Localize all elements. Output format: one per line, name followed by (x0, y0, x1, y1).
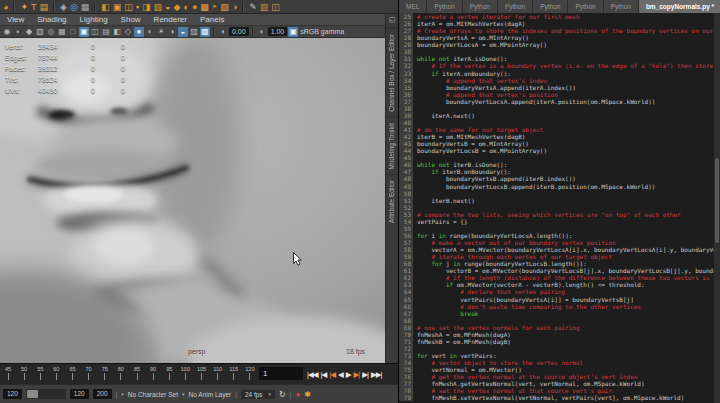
code-editor[interactable]: 25# create a vertex iterator for our fir… (399, 13, 715, 403)
safe-action-icon[interactable]: ◧ (112, 27, 122, 37)
step-back-key-button[interactable]: |◀ (328, 368, 336, 382)
animation-start-field[interactable]: 120 (3, 389, 22, 399)
3d-viewport[interactable]: Verts:3943400Edges:7874400Faces:3931200T… (0, 38, 385, 363)
gamma-icon[interactable]: ◗ (257, 27, 267, 37)
construction-history-icon[interactable]: ◑ (232, 2, 237, 12)
scrollbar-thumb[interactable] (715, 158, 719, 243)
playback-start-field[interactable]: 120 (70, 389, 89, 399)
multisample-icon[interactable]: ▩ (200, 27, 210, 37)
side-tab-attribute-editor[interactable]: Attribute Editor (386, 174, 398, 228)
timeline-tick[interactable]: 75 (99, 366, 111, 383)
snap-point-icon[interactable]: ▦ (81, 2, 90, 12)
script-tab[interactable]: Python (568, 0, 603, 13)
anim-layer-label[interactable]: No Anim Layer (189, 391, 232, 398)
vertex-mode-icon[interactable]: ▪ (136, 2, 139, 12)
step-back-frame-button[interactable]: |◀ (319, 368, 327, 382)
field-chart-icon[interactable]: ▤ (101, 27, 111, 37)
playback-speed-dropdown[interactable]: 24 fps ▾ (241, 390, 275, 399)
edge-mode-icon[interactable]: ◨ (142, 2, 151, 12)
object-mode-icon[interactable]: ▣ (113, 2, 122, 12)
grid-icon[interactable]: ▦ (57, 27, 67, 37)
viewport-menu-shading[interactable]: Shading (37, 15, 66, 24)
range-slider[interactable] (26, 389, 66, 399)
script-tab[interactable]: Python (533, 0, 568, 13)
shaded-icon[interactable]: ● (134, 27, 144, 37)
timeline-tick[interactable]: 50 (18, 366, 30, 383)
script-tab[interactable]: Python (498, 0, 533, 13)
side-tab-modeling-toolkit[interactable]: Modeling Toolkit (386, 117, 398, 175)
gate-mask-icon[interactable]: ◫ (90, 27, 100, 37)
viewport-menu-lighting[interactable]: Lighting (80, 15, 108, 24)
reflection-icon[interactable]: ◐ (183, 2, 188, 12)
character-set-dropdown-icon[interactable]: ▾ (121, 391, 124, 397)
playback-end-field[interactable]: 200 (93, 389, 112, 399)
undo-history-icon[interactable]: ◕ (3, 2, 8, 12)
timeline-tick[interactable]: 70 (83, 366, 95, 383)
script-tab[interactable]: Python (604, 0, 639, 13)
motion-blur-icon[interactable]: ▨ (189, 27, 199, 37)
exposure-icon[interactable]: ◖ (218, 27, 228, 37)
timeline-tick[interactable]: 105 (196, 366, 208, 383)
range-slider-handle[interactable] (27, 390, 38, 398)
timeline-tick[interactable]: 45 (2, 366, 14, 383)
character-set-label[interactable]: No Character Set (128, 391, 178, 398)
image-plane-icon[interactable]: ▧ (35, 27, 45, 37)
step-forward-frame-button[interactable]: ▶| (361, 368, 369, 382)
code-scrollbar[interactable] (714, 13, 720, 403)
script-tab[interactable]: MEL (399, 0, 427, 13)
exposure-field[interactable]: 0.00 (229, 27, 249, 36)
select-highlight-icon[interactable]: ✦ (20, 2, 28, 12)
camera-attrs-icon[interactable]: ◉ (2, 27, 12, 37)
go-to-start-button[interactable]: |◀◀ (306, 368, 318, 382)
input-connections-icon[interactable]: ▧ (220, 2, 229, 12)
play-forward-button[interactable]: ▶ (345, 368, 352, 382)
lights-icon[interactable]: ☀ (156, 27, 166, 37)
occlusion-icon[interactable]: ◒ (178, 27, 188, 37)
film-gate-icon[interactable]: □ (68, 27, 78, 37)
timeline-tick[interactable]: 110 (212, 366, 224, 383)
panel-toggle-icon[interactable]: ◱ (389, 16, 396, 24)
script-tab-active[interactable]: bm_copyNormals.py * (639, 0, 720, 13)
current-frame-field[interactable]: 1 (259, 367, 303, 380)
play-backwards-button[interactable]: ◀ (337, 368, 344, 382)
timeline-tick[interactable]: 65 (67, 366, 79, 383)
textured-icon[interactable]: ◐ (145, 27, 155, 37)
live-surface-icon[interactable]: ● (192, 2, 197, 12)
viewport-menu-renderer[interactable]: Renderer (154, 15, 187, 24)
side-tab-channel-box-layer-editor[interactable]: Channel Box / Layer Editor (386, 28, 398, 117)
soft-select-icon[interactable]: ◆ (174, 2, 181, 12)
timeline-tick[interactable]: 120 (244, 366, 256, 383)
make-live-icon[interactable]: ▩ (200, 2, 209, 12)
snap-grid-icon[interactable]: ◈ (60, 2, 67, 12)
script-tab[interactable]: Python (463, 0, 498, 13)
text-tool-icon[interactable]: T (31, 2, 37, 12)
timeline-tick[interactable]: 80 (115, 366, 127, 383)
gamma-field[interactable]: 1.00 (268, 27, 288, 36)
script-tab[interactable]: Python (427, 0, 462, 13)
timeline-tick[interactable]: 95 (163, 366, 175, 383)
timeline-tick[interactable]: 100 (179, 366, 191, 383)
go-to-end-button[interactable]: ▶▶| (370, 368, 382, 382)
frame-stepper-icon[interactable]: ◫ (271, 2, 280, 12)
anim-layer-dropdown-icon[interactable]: ▾ (182, 391, 185, 397)
timeline-tick[interactable]: 90 (147, 366, 159, 383)
snap-together-icon[interactable]: ◓ (212, 2, 217, 12)
viewport-menu-view[interactable]: View (7, 15, 24, 24)
colorspace-icon[interactable]: ▣ (288, 27, 298, 37)
resolution-gate-icon[interactable]: ▣ (79, 27, 89, 37)
content-browser-icon[interactable]: ▤ (39, 2, 48, 12)
auto-keyframe-icon[interactable]: ● (296, 390, 301, 399)
timeline-tick[interactable]: 85 (131, 366, 143, 383)
face-mode-icon[interactable]: ▨ (154, 2, 163, 12)
bookmark-icon[interactable]: ◆ (24, 27, 34, 37)
grease-pencil-icon[interactable]: ▥ (260, 2, 269, 12)
viewport-menu-panels[interactable]: Panels (200, 15, 224, 24)
snap-curve-icon[interactable]: ◎ (70, 2, 78, 12)
2d-pan-zoom-icon[interactable]: ◎ (46, 27, 56, 37)
component-mode-icon[interactable]: ◫ (124, 2, 133, 12)
colorspace-label[interactable]: sRGB gamma (300, 28, 344, 35)
timeline-tick[interactable]: 115 (228, 366, 240, 383)
timeline-tick[interactable]: 60 (50, 366, 62, 383)
animation-preferences-icon[interactable]: ✱ (304, 390, 311, 399)
time-slider[interactable]: 4550556065707580859095100105110115120 1 … (0, 363, 398, 384)
